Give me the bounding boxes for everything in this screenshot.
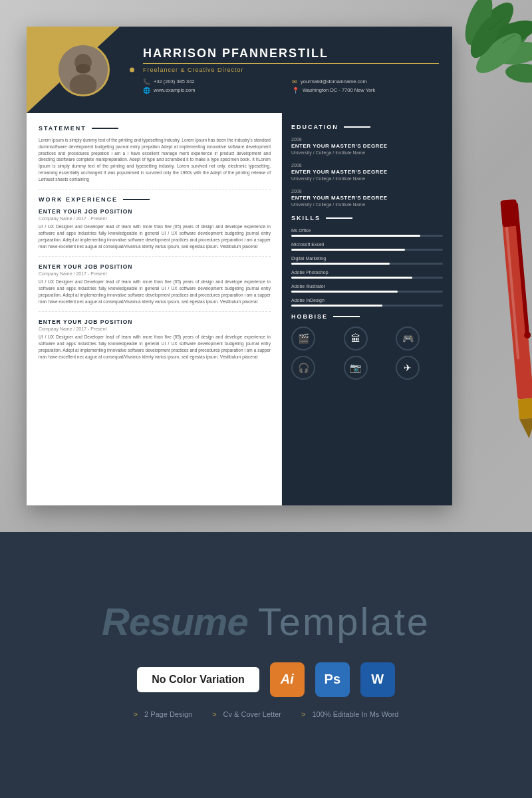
work-item-2: ENTER YOUR JOB POSITION Company Name / 2… [39, 263, 271, 305]
job-company-2: Company Name / 2017 - Present [39, 271, 271, 276]
edu-year-2: 2008 [291, 163, 443, 168]
skill-bar-bg-2 [291, 249, 443, 251]
features-row: > 2 Page Design > Cv & Cover Letter > 10… [134, 710, 399, 718]
arrow-icon-3: > [301, 710, 305, 718]
resume-header: HARRISON PFANNERSTILL Freelancer & Creat… [27, 27, 452, 113]
location-icon: 📍 [292, 87, 299, 94]
template-word: Template [258, 599, 430, 644]
word-app-icon: W [360, 662, 395, 697]
divider-2 [39, 256, 271, 257]
feature-3: > 100% Editable In Ms Word [301, 710, 398, 718]
statement-section-title: STATEMENT [39, 125, 271, 132]
hobbies-grid: 🎬 🏛 🎮 🎧 📷 ✈ [291, 327, 443, 380]
edu-degree-3: ENTER YOUR MASTER'S DEGREE [291, 195, 443, 201]
divider-3 [39, 311, 271, 312]
website-contact: 🌐 www.example.com [143, 87, 290, 94]
svg-point-6 [505, 62, 532, 84]
hobby-camera-icon: 🎬 [291, 327, 315, 350]
badges-row: No Color Variation Ai Ps W [137, 662, 395, 697]
skill-name-5: Adobe Illustrator [291, 284, 443, 289]
svg-marker-13 [519, 418, 532, 439]
skill-bar-fill-4 [291, 277, 412, 279]
skill-item-4: Adobe Photoshop [291, 270, 443, 279]
hobby-photo-icon: 📷 [344, 356, 368, 380]
web-icon: 🌐 [143, 87, 150, 94]
edu-year-3: 2008 [291, 189, 443, 194]
skill-bar-bg-4 [291, 277, 443, 279]
work-item-3: ENTER YOUR JOB POSITION Company Name / 2… [39, 319, 271, 360]
hobby-building-icon: 🏛 [344, 327, 368, 350]
edu-item-1: 2008 ENTER YOUR MASTER'S DEGREE Universi… [291, 137, 443, 155]
skill-bar-fill-5 [291, 291, 398, 293]
job-desc-2: UI / UX Designer and Developer lead of t… [39, 279, 271, 305]
skill-bar-bg-6 [291, 305, 443, 307]
skill-name-2: Microsoft Excell [291, 242, 443, 247]
hobbies-section-title: HOBBISE [291, 313, 443, 320]
skill-item-6: Adobe InDesign [291, 298, 443, 307]
svg-point-21 [76, 64, 90, 74]
phone-icon: 📞 [143, 78, 150, 85]
email-icon: ✉ [292, 78, 297, 85]
profile-photo [57, 43, 110, 96]
feature-label-3: 100% Editable In Ms Word [312, 710, 398, 718]
feature-2: > Cv & Cover Letter [212, 710, 281, 718]
edu-school-3: University / Collega / Institute Name [291, 202, 443, 207]
job-title-2: ENTER YOUR JOB POSITION [39, 263, 271, 270]
svg-rect-12 [518, 398, 532, 419]
skill-item-3: Digital Marketing [291, 256, 443, 265]
job-company-1: Company Name / 2017 - Present [39, 216, 271, 221]
contact-details: 📞 +32 (203) 385 342 ✉ yourmaild@domainna… [143, 78, 439, 94]
edu-year-1: 2008 [291, 137, 443, 142]
edu-degree-2: ENTER YOUR MASTER'S DEGREE [291, 169, 443, 175]
skill-bar-fill-3 [291, 263, 390, 265]
hobby-travel-icon: ✈ [396, 356, 420, 380]
skill-item-5: Adobe Illustrator [291, 284, 443, 293]
job-desc-1: UI / UX Designer and Developer lead of t… [39, 223, 271, 249]
skill-bar-fill-2 [291, 249, 405, 251]
skill-bar-fill-6 [291, 305, 382, 307]
product-title-row: Resume Template [102, 599, 430, 644]
skill-bar-bg-5 [291, 291, 443, 293]
no-color-variation-badge: No Color Variation [137, 667, 259, 692]
hobby-gamepad-icon: 🎮 [396, 327, 420, 350]
skill-name-4: Adobe Photoshop [291, 270, 443, 275]
divider-1 [39, 189, 271, 190]
skill-bar-bg-3 [291, 263, 443, 265]
feature-1: > 2 Page Design [134, 710, 193, 718]
resume-body: STATEMENT Lorem Ipsum is simply dummy te… [27, 113, 452, 505]
header-info: HARRISON PFANNERSTILL Freelancer & Creat… [143, 47, 439, 94]
skill-bar-fill-1 [291, 235, 420, 237]
feature-label-2: Cv & Cover Letter [223, 710, 281, 718]
skill-item-1: Ms Office [291, 228, 443, 237]
skill-bar-bg-1 [291, 235, 443, 237]
edu-degree-1: ENTER YOUR MASTER'S DEGREE [291, 143, 443, 149]
bottom-content: Resume Template No Color Variation Ai Ps… [0, 532, 532, 798]
candidate-title: Freelancer & Creative Director [143, 63, 439, 73]
skills-section-title: SKILLS [291, 215, 443, 221]
location-contact: 📍 Washington DC - 7700 New York [292, 87, 439, 94]
skill-name-1: Ms Office [291, 228, 443, 233]
hobby-headphones-icon: 🎧 [291, 356, 315, 380]
svg-rect-10 [500, 200, 532, 400]
edu-school-2: University / Collega / Institute Name [291, 176, 443, 181]
arrow-icon-2: > [212, 710, 216, 718]
arrow-icon-1: > [134, 710, 138, 718]
skill-item-2: Microsoft Excell [291, 242, 443, 251]
ps-app-icon: Ps [315, 662, 350, 697]
edu-school-1: University / Collega / Institute Name [291, 150, 443, 155]
resume-word: Resume [102, 599, 248, 644]
education-section-title: EDUCATION [291, 124, 443, 130]
statement-text: Lorem Ipsum is simply dummy text of the … [39, 137, 271, 182]
resume-card: HARRISON PFANNERSTILL Freelancer & Creat… [27, 27, 452, 505]
job-company-3: Company Name / 2017 - Present [39, 327, 271, 331]
edu-item-3: 2008 ENTER YOUR MASTER'S DEGREE Universi… [291, 189, 443, 207]
work-section-title: WORK EXPERIENCE [39, 196, 271, 203]
feature-label-1: 2 Page Design [144, 710, 192, 718]
email-contact: ✉ yourmaild@domainname.com [292, 78, 439, 85]
gold-dot-decoration [130, 68, 134, 72]
job-desc-3: UI / UX Designer and Developer lead of t… [39, 334, 271, 360]
job-title-1: ENTER YOUR JOB POSITION [39, 208, 271, 215]
right-column: EDUCATION 2008 ENTER YOUR MASTER'S DEGRE… [282, 113, 452, 505]
ai-app-icon: Ai [270, 662, 305, 697]
phone-contact: 📞 +32 (203) 385 342 [143, 78, 290, 85]
